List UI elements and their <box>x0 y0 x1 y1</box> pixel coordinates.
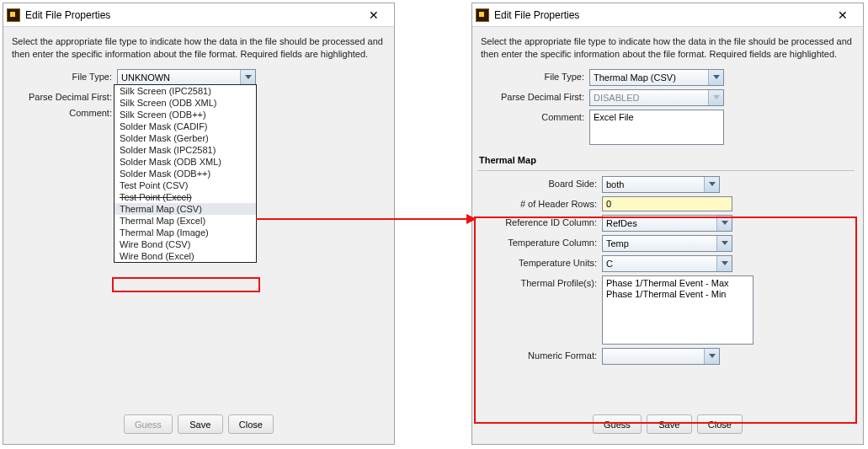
dropdown-item[interactable]: Thermal Map (CSV) <box>114 203 256 215</box>
profile-item[interactable]: Phase 1/Thermal Event - Max <box>606 278 749 289</box>
group-divider <box>477 170 855 171</box>
close-icon[interactable]: ✕ <box>826 4 860 26</box>
titlebar: Edit File Properties ✕ <box>3 3 394 27</box>
dropdown-item[interactable]: Solder Mask (IPC2581) <box>114 144 256 156</box>
file-type-label: File Type: <box>12 69 117 82</box>
profiles-listbox[interactable]: Phase 1/Thermal Event - MaxPhase 1/Therm… <box>602 275 754 345</box>
dropdown-item[interactable]: Thermal Map (Image) <box>114 227 256 238</box>
parse-decimal-combo: DISABLED <box>589 89 724 106</box>
parse-decimal-label: Parse Decimal First: <box>477 89 589 102</box>
chevron-down-icon[interactable] <box>704 177 719 192</box>
file-type-label: File Type: <box>477 69 589 82</box>
comment-label: Comment: <box>477 110 589 122</box>
intro-text: Select the appropriate file type to indi… <box>472 27 863 67</box>
board-side-label: Board Side: <box>493 176 602 189</box>
app-icon <box>7 8 20 22</box>
tempunits-combo[interactable]: C <box>602 255 732 272</box>
title: Edit File Properties <box>494 9 826 21</box>
chevron-down-icon[interactable] <box>716 256 732 271</box>
save-button[interactable]: Save <box>178 414 223 434</box>
tempcol-combo[interactable]: Temp <box>602 235 732 252</box>
dialog-left: Edit File Properties ✕ Select the approp… <box>3 3 395 445</box>
save-button[interactable]: Save <box>647 414 692 434</box>
file-type-value: Thermal Map (CSV) <box>594 72 676 83</box>
intro-text: Select the appropriate file type to indi… <box>3 27 394 67</box>
dropdown-item[interactable]: Test Point (CSV) <box>114 179 256 191</box>
chevron-down-icon[interactable] <box>704 349 719 364</box>
dropdown-item[interactable]: Silk Screen (IPC2581) <box>114 85 256 97</box>
file-type-value: UNKNOWN <box>121 72 170 83</box>
dialog-right: Edit File Properties ✕ Select the approp… <box>471 3 864 445</box>
dropdown-item[interactable]: Wire Bond (Excel) <box>114 250 256 262</box>
guess-button: Guess <box>124 414 173 434</box>
form-area: File Type: Thermal Map (CSV) Parse Decim… <box>472 67 863 408</box>
tempunits-label: Temperature Units: <box>493 255 602 268</box>
dropdown-item[interactable]: Silk Screen (ODB XML) <box>114 97 256 109</box>
header-rows-input[interactable] <box>602 196 732 211</box>
refid-combo[interactable]: RefDes <box>602 215 732 232</box>
close-icon[interactable]: ✕ <box>357 4 391 26</box>
chevron-down-icon[interactable] <box>708 70 723 85</box>
comment-label: Comment: <box>12 105 117 118</box>
tempcol-label: Temperature Column: <box>493 235 602 248</box>
dropdown-item[interactable]: Solder Mask (ODB++) <box>114 168 256 179</box>
profiles-label: Thermal Profile(s): <box>493 275 602 288</box>
dropdown-item[interactable]: Thermal Map (Excel) <box>114 215 256 227</box>
titlebar: Edit File Properties ✕ <box>472 3 863 27</box>
parse-decimal-label: Parse Decimal First: <box>12 89 117 102</box>
chevron-down-icon[interactable] <box>716 216 732 231</box>
header-rows-label: # of Header Rows: <box>493 196 602 209</box>
numfmt-label: Numeric Format: <box>493 348 602 361</box>
highlight-selected-item <box>112 277 260 292</box>
group-label: Thermal Map <box>479 155 855 165</box>
file-type-dropdown[interactable]: Silk Screen (IPC2581)Silk Screen (ODB XM… <box>114 84 257 263</box>
file-type-combo[interactable]: Thermal Map (CSV) <box>589 69 724 86</box>
tempunits-value: C <box>606 259 613 269</box>
dropdown-item[interactable]: Wire Bond (CSV) <box>114 238 256 250</box>
dropdown-item[interactable]: Test Point (Excel) <box>114 191 256 203</box>
close-button[interactable]: Close <box>697 414 743 434</box>
dropdown-item[interactable]: Solder Mask (ODB XML) <box>114 156 256 168</box>
dropdown-item[interactable]: Solder Mask (Gerber) <box>114 132 256 144</box>
parse-decimal-value: DISABLED <box>594 93 639 103</box>
numfmt-combo[interactable] <box>602 348 720 365</box>
tempcol-value: Temp <box>606 238 629 249</box>
board-side-value: both <box>606 179 624 190</box>
profile-item[interactable]: Phase 1/Thermal Event - Min <box>606 289 749 300</box>
guess-button[interactable]: Guess <box>593 414 642 434</box>
form-area: File Type: UNKNOWN Parse Decimal First: … <box>3 67 394 408</box>
footer: Guess Save Close <box>3 408 394 444</box>
chevron-down-icon[interactable] <box>716 236 732 251</box>
file-type-combo[interactable]: UNKNOWN <box>117 69 256 86</box>
refid-label: Reference ID Column: <box>493 215 602 227</box>
title: Edit File Properties <box>25 9 357 21</box>
chevron-down-icon <box>708 90 723 105</box>
comment-input[interactable] <box>589 110 724 145</box>
footer: Guess Save Close <box>472 408 863 444</box>
close-button[interactable]: Close <box>228 414 274 434</box>
dropdown-item[interactable]: Silk Screen (ODB++) <box>114 109 256 120</box>
chevron-down-icon[interactable] <box>240 70 255 85</box>
refid-value: RefDes <box>606 218 637 228</box>
app-icon <box>476 8 489 22</box>
board-side-combo[interactable]: both <box>602 176 720 193</box>
dropdown-item[interactable]: Solder Mask (CADIF) <box>114 120 256 132</box>
